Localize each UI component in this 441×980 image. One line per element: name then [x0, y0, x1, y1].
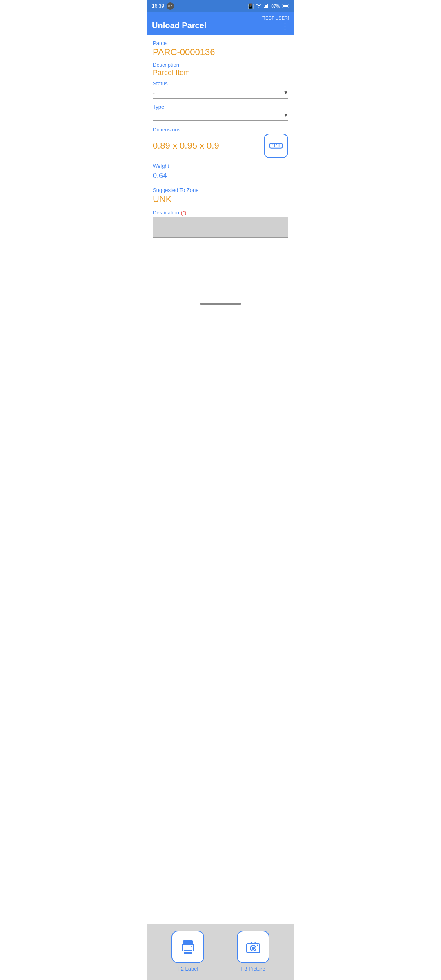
battery-icon [282, 4, 289, 8]
notification-badge: 87 [167, 2, 174, 10]
wifi-icon [256, 3, 262, 9]
main-content: Parcel PARC-0000136 Description Parcel I… [147, 35, 294, 243]
parcel-value: PARC-0000136 [153, 47, 288, 58]
description-value: Parcel Item [153, 69, 288, 77]
status-right: 📳 87% [247, 3, 289, 9]
description-label: Description [153, 62, 288, 68]
battery-percent: 87% [271, 4, 280, 9]
dimensions-label: Dimensions [153, 127, 288, 133]
app-bar-left: Unload Parcel [152, 21, 206, 30]
svg-rect-3 [269, 3, 270, 8]
signal-icon [264, 3, 270, 9]
suggested-zone-label: Suggested To Zone [153, 187, 288, 193]
svg-rect-2 [267, 4, 268, 8]
destination-label: Destination (*) [153, 209, 288, 216]
app-bar-user: [TEST USER] [261, 16, 289, 20]
status-left: 16:39 87 [152, 2, 174, 10]
status-dropdown[interactable]: - ▼ [153, 87, 288, 99]
status-dropdown-arrow: ▼ [283, 90, 288, 96]
destination-required: (*) [181, 209, 187, 216]
time: 16:39 [152, 3, 164, 9]
svg-rect-1 [265, 5, 267, 8]
app-bar-title: Unload Parcel [152, 21, 206, 30]
parcel-label: Parcel [153, 40, 288, 46]
app-bar: Unload Parcel [TEST USER] ⋮ [147, 12, 294, 35]
status-label: Status [153, 80, 288, 87]
page-content: Parcel PARC-0000136 Description Parcel I… [147, 35, 294, 300]
destination-section: Destination (*) [153, 209, 288, 238]
dimensions-row: 0.89 x 0.95 x 0.9 [153, 134, 288, 158]
vibrate-icon: 📳 [247, 3, 254, 9]
suggested-zone-section: Suggested To Zone UNK [153, 187, 288, 205]
more-options-icon[interactable]: ⋮ [281, 22, 289, 30]
description-section: Description Parcel Item [153, 62, 288, 77]
type-dropdown-arrow: ▼ [283, 112, 288, 118]
app-bar-right: [TEST USER] ⋮ [261, 16, 289, 30]
dimensions-value: 0.89 x 0.95 x 0.9 [153, 140, 219, 151]
suggested-zone-value: UNK [153, 194, 288, 205]
svg-rect-4 [270, 143, 282, 148]
type-label: Type [153, 104, 288, 110]
type-section: Type ▼ [153, 104, 288, 121]
scroll-indicator [200, 303, 241, 305]
weight-input[interactable] [153, 170, 288, 182]
ruler-button[interactable] [264, 134, 288, 158]
svg-rect-0 [264, 7, 265, 8]
weight-section: Weight [153, 163, 288, 187]
type-dropdown[interactable]: ▼ [153, 111, 288, 121]
status-section: Status - ▼ [153, 80, 288, 99]
status-value: - [153, 89, 283, 96]
weight-label: Weight [153, 163, 288, 169]
status-bar: 16:39 87 📳 87% [147, 0, 294, 12]
destination-input[interactable] [153, 217, 288, 238]
parcel-section: Parcel PARC-0000136 [153, 40, 288, 58]
dimensions-section: Dimensions 0.89 x 0.95 x 0.9 [153, 127, 288, 158]
